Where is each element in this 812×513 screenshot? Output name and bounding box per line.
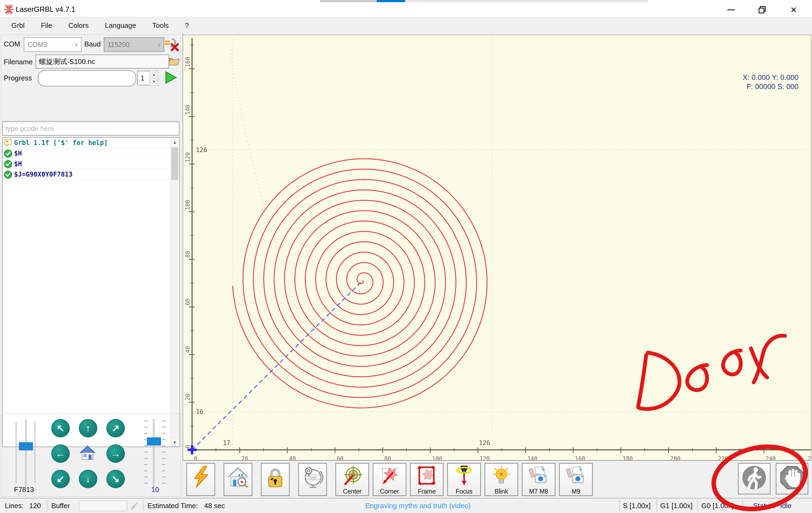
toolbar-stop-hand-button[interactable] <box>776 463 808 494</box>
feed-slider-handle[interactable] <box>19 442 33 450</box>
console-line: $H <box>3 159 179 169</box>
svg-text:0: 0 <box>194 455 197 460</box>
step-slider-value: 10 <box>151 485 159 494</box>
svg-text:20: 20 <box>241 455 248 460</box>
jog-left-button[interactable]: ← <box>51 445 70 463</box>
toolbar-home-search-button[interactable] <box>224 463 252 496</box>
lightning-icon <box>189 465 212 489</box>
jog-up-right-button[interactable]: ↗ <box>107 419 125 437</box>
toolbar-frame-button[interactable]: Frame <box>410 463 443 496</box>
console-log: ❝Grbl 1.1f ['$' for help]$H$H$J=G90X0Y0F… <box>2 137 180 447</box>
plot-svg: 0204060801001201401601802002202402600204… <box>183 35 811 460</box>
feed-slider-track-left <box>16 422 17 483</box>
console-scrollbar[interactable]: ▲ ▼ <box>170 138 179 447</box>
check-icon <box>4 170 12 178</box>
filename-label: Filename <box>4 58 33 66</box>
svg-text:260: 260 <box>808 455 811 460</box>
svg-text:160: 160 <box>184 57 191 67</box>
progress-bar <box>38 70 136 86</box>
position-readout: X: 0.000 Y: 0.000 F: 00000 S: 000 <box>743 73 799 91</box>
svg-text:240: 240 <box>765 455 776 460</box>
open-folder-icon[interactable] <box>168 55 180 68</box>
menu-item-tools[interactable]: Tools <box>144 17 177 34</box>
toolbar-walk-button[interactable] <box>738 463 771 494</box>
status-link[interactable]: Engraving myths and truth (video) <box>365 502 470 510</box>
window-title: LaserGRBL v4.7.1 <box>16 5 75 14</box>
s-override: S [1.00x] <box>623 502 651 510</box>
check-icon <box>4 149 12 157</box>
corner-icon <box>379 465 400 487</box>
toolbar-center-button[interactable]: Center <box>336 463 369 496</box>
jog-down-left-button[interactable]: ↙ <box>51 470 70 488</box>
jog-down-right-button[interactable]: ↘ <box>107 470 125 488</box>
toolbar-focus-button[interactable]: Focus <box>447 463 481 496</box>
toolbar-lightning-button[interactable] <box>186 463 215 496</box>
readout-xy: X: 0.000 Y: 0.000 <box>743 73 799 82</box>
jog-up-button[interactable]: ↑ <box>79 419 97 437</box>
console-line-text: $H <box>14 160 22 168</box>
menu-item-file[interactable]: File <box>33 17 60 34</box>
baud-select[interactable]: 115200∨ <box>104 37 164 52</box>
jog-right-button[interactable]: → <box>107 445 125 463</box>
preview-canvas[interactable]: 0204060801001201401601802002202402600204… <box>183 35 811 461</box>
svg-text:220: 220 <box>718 455 728 460</box>
toolbar-button-label: Corner <box>380 488 399 495</box>
stepper-down-icon[interactable]: ▼ <box>150 78 158 85</box>
coolant-m7m8-icon <box>528 465 549 487</box>
com-label: COM <box>4 40 20 48</box>
console-line-text: $J=G90X0Y0F7813 <box>14 171 72 178</box>
jog-home-button[interactable] <box>79 445 96 463</box>
menu-item-[interactable]: ? <box>177 17 197 34</box>
menu-item-language[interactable]: Language <box>97 17 144 34</box>
plug-disconnect-icon[interactable] <box>164 36 179 52</box>
minimize-button[interactable] <box>719 2 744 17</box>
toolbar-button-label: Blink <box>495 488 508 495</box>
toolbar-lock-button[interactable] <box>261 463 290 496</box>
minimize-icon <box>727 9 735 10</box>
toolbar-globe-button[interactable] <box>298 463 327 496</box>
play-icon[interactable] <box>163 70 178 86</box>
blink-icon <box>491 465 512 487</box>
check-icon <box>4 160 12 168</box>
home-search-icon <box>226 465 250 489</box>
speech-bubble-icon: ❝ <box>4 139 12 147</box>
gcode-input[interactable] <box>2 121 179 135</box>
feed-slider-groove <box>25 420 27 486</box>
svg-text:40: 40 <box>184 346 191 353</box>
scroll-up-icon[interactable]: ▲ <box>171 138 179 147</box>
bound-label-xmax: 126 <box>479 439 490 446</box>
lines-label: Lines: <box>5 502 24 510</box>
svg-text:0: 0 <box>184 445 191 448</box>
scrollbar-thumb[interactable] <box>171 147 178 180</box>
menu-item-colors[interactable]: Colors <box>60 17 97 34</box>
filename-field[interactable]: 螺旋测试-S100.nc <box>36 55 169 68</box>
menu-bar: GrblFileColorsLanguageTools? <box>0 17 812 34</box>
toolbar-blink-button[interactable]: Blink <box>485 463 518 496</box>
toolbar-m7m8-button[interactable]: M7 M8 <box>522 463 555 496</box>
stepper-up-icon[interactable]: ▲ <box>150 71 158 78</box>
bound-label-ymax: 126 <box>196 146 207 153</box>
jog-down-button[interactable]: ↓ <box>79 470 97 488</box>
restore-icon <box>758 6 766 14</box>
top-strip-light <box>405 0 648 2</box>
toolbar-corner-button[interactable]: Corner <box>373 463 406 496</box>
passes-stepper[interactable]: ▲ ▼ <box>150 71 158 86</box>
restore-button[interactable] <box>750 2 775 17</box>
estimated-time-label: Estimated Time: <box>147 502 198 510</box>
console-line: $H <box>3 148 179 159</box>
status-bar: Lines: 120 Buffer Estimated Time: 48 sec… <box>0 498 812 513</box>
send-arrow-icon[interactable] <box>128 501 139 513</box>
feed-slider-value: F7813 <box>14 485 34 494</box>
jog-preview-line <box>192 281 362 450</box>
step-slider-groove <box>153 419 154 487</box>
stop-hand-icon <box>780 465 805 491</box>
com-port-select[interactable]: COM3∨ <box>24 37 82 52</box>
step-slider-handle[interactable] <box>147 437 161 446</box>
menu-item-grbl[interactable]: Grbl <box>3 17 33 34</box>
toolbar-button-label: Frame <box>418 488 436 495</box>
toolbar-m9-button[interactable]: M9 <box>559 463 593 496</box>
jog-up-left-button[interactable]: ↖ <box>51 419 70 437</box>
console-line: ❝Grbl 1.1f ['$' for help] <box>3 138 179 148</box>
close-button[interactable]: ✕ <box>781 2 806 17</box>
frame-icon <box>416 465 437 487</box>
